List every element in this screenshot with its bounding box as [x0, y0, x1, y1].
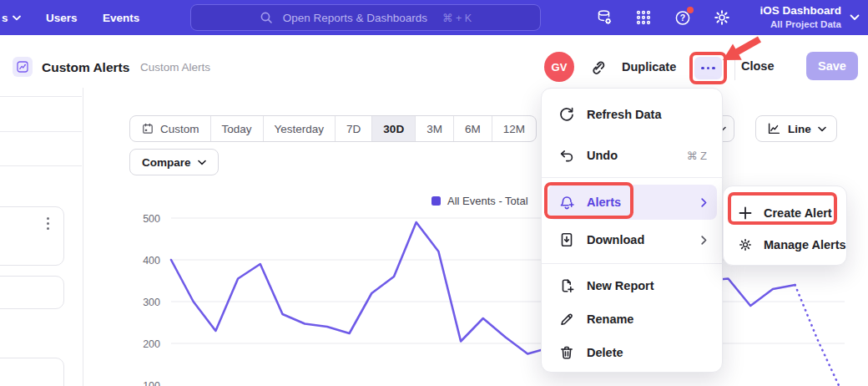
nav-item-events[interactable]: Events	[103, 0, 139, 35]
calendar-icon	[141, 122, 154, 135]
query-builder-panel	[0, 88, 83, 386]
refresh-icon	[558, 106, 575, 123]
global-search-input[interactable]: Open Reports & Dashboards ⌘ + K	[190, 4, 541, 31]
insights-report-icon	[13, 57, 33, 77]
menu-item-delete[interactable]: Delete	[542, 338, 724, 368]
series-line-dotted-tail	[795, 285, 840, 386]
compare-button[interactable]: Compare	[129, 149, 219, 175]
y-axis-tick-label: 200	[143, 338, 160, 350]
save-button[interactable]: Save	[806, 52, 858, 80]
bell-plus-icon	[558, 194, 575, 211]
nav-truncated-label: s	[2, 12, 8, 24]
y-axis-tick-label: 400	[143, 255, 160, 267]
avatar[interactable]: GV	[544, 52, 574, 82]
submenu-item-manage-alerts[interactable]: Manage Alerts	[724, 230, 848, 260]
breadcrumb: Custom Alerts	[140, 61, 210, 74]
y-axis-tick-label: 100	[143, 380, 160, 386]
menu-item-refresh-data[interactable]: Refresh Data	[542, 99, 724, 130]
range-option-30d[interactable]: 30D	[372, 116, 416, 141]
menu-divider	[542, 177, 724, 178]
new-report-icon	[558, 277, 575, 294]
undo-icon	[558, 147, 575, 164]
menu-item-download[interactable]: Download	[542, 225, 724, 255]
more-options-menu: Refresh Data Data from 1 min ago Undo ⌘ …	[541, 88, 723, 373]
range-option-today[interactable]: Today	[211, 116, 264, 141]
chevron-right-icon	[701, 236, 707, 245]
range-option-7d[interactable]: 7D	[336, 116, 372, 141]
chevron-right-icon	[701, 198, 707, 207]
trash-icon	[558, 344, 575, 361]
project-name: iOS Dashboard	[760, 4, 841, 18]
page-title: Custom Alerts	[42, 60, 129, 75]
range-option-yesterday[interactable]: Yesterday	[264, 116, 336, 141]
search-placeholder: Open Reports & Dashboards	[283, 12, 427, 24]
pencil-icon	[558, 311, 575, 328]
menu-item-alerts[interactable]: Alerts	[548, 185, 717, 220]
submenu-item-create-alert[interactable]: Create Alert	[724, 198, 848, 228]
report-header: Custom Alerts Custom Alerts GV Duplicate…	[0, 35, 868, 88]
range-option-3m[interactable]: 3M	[416, 116, 454, 141]
chart-legend: All Events - Total	[431, 195, 528, 207]
menu-item-rename[interactable]: Rename	[542, 304, 724, 334]
data-settings-icon[interactable]	[594, 8, 614, 28]
filter-card[interactable]	[0, 276, 64, 309]
panel-divider	[0, 165, 82, 166]
copy-link-icon[interactable]	[587, 57, 608, 79]
duplicate-button[interactable]: Duplicate	[622, 60, 676, 74]
svg-text:?: ?	[680, 13, 685, 23]
y-axis-tick-label: 500	[143, 213, 160, 225]
undo-shortcut: ⌘ Z	[686, 150, 707, 162]
header-divider	[734, 55, 735, 80]
search-shortcut: ⌘ + K	[442, 12, 472, 24]
project-selector[interactable]: iOS Dashboard All Project Data	[760, 0, 860, 35]
apps-grid-icon[interactable]	[633, 8, 654, 28]
range-option-custom[interactable]: Custom	[130, 116, 211, 141]
y-axis-tick-label: 300	[143, 297, 160, 308]
menu-divider	[542, 263, 724, 264]
chart-type-button[interactable]: Line	[755, 115, 837, 142]
breakdown-card[interactable]	[0, 358, 64, 386]
notification-badge	[687, 7, 694, 13]
menu-item-new-report[interactable]: New Report	[542, 271, 724, 301]
card-more-icon[interactable]	[47, 217, 49, 230]
gear-icon	[737, 236, 754, 253]
chevron-down-icon	[13, 15, 21, 21]
search-icon	[260, 11, 273, 24]
menu-item-undo[interactable]: Undo ⌘ Z	[542, 140, 724, 170]
close-button[interactable]: Close	[741, 59, 775, 73]
download-icon	[558, 231, 575, 248]
app-window: s Users Events Open Reports & Dashboards…	[0, 0, 868, 386]
legend-swatch	[431, 196, 441, 206]
top-nav: s Users Events Open Reports & Dashboards…	[0, 0, 868, 35]
gear-icon[interactable]	[712, 8, 732, 28]
more-options-button[interactable]	[694, 57, 722, 79]
range-option-6m[interactable]: 6M	[454, 116, 492, 141]
panel-divider	[0, 96, 82, 97]
plus-icon	[737, 205, 754, 221]
date-range-control: CustomTodayYesterday7D30D3M6M12M	[129, 115, 537, 142]
project-scope: All Project Data	[760, 18, 841, 30]
chevron-down-icon	[850, 14, 860, 21]
nav-item-users[interactable]: Users	[46, 0, 78, 35]
range-option-12m[interactable]: 12M	[492, 116, 536, 141]
chevron-down-icon	[818, 126, 826, 132]
metric-card[interactable]	[0, 206, 64, 266]
legend-label: All Events - Total	[447, 195, 528, 207]
chevron-down-icon	[198, 160, 206, 165]
alerts-submenu: Create Alert Manage Alerts	[723, 185, 847, 266]
nav-item-truncated[interactable]: s	[2, 0, 21, 35]
line-chart-icon	[766, 121, 781, 136]
help-icon[interactable]: ?	[673, 8, 693, 28]
panel-divider	[0, 131, 82, 132]
